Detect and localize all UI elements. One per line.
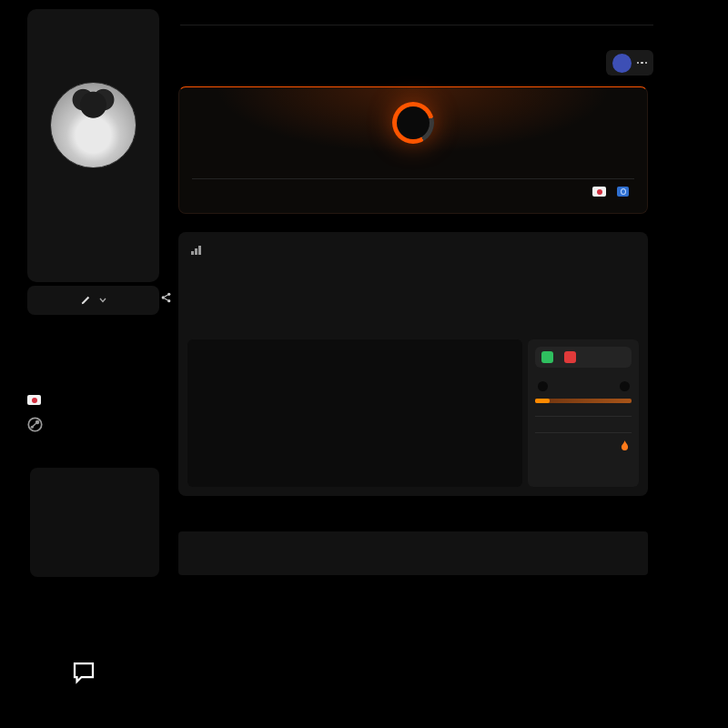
profile-sidebar bbox=[0, 0, 167, 728]
elo-hero-card bbox=[178, 86, 648, 214]
world-rank-icon bbox=[617, 187, 629, 197]
profile-card bbox=[27, 9, 159, 282]
top-nav bbox=[180, 16, 653, 25]
elo-summary-panel bbox=[528, 339, 639, 487]
country-rank-icon bbox=[592, 187, 606, 197]
more-options-icon[interactable] bbox=[637, 62, 648, 65]
cs2-game-icon bbox=[612, 54, 632, 73]
avatar[interactable] bbox=[50, 82, 136, 168]
win-streak-row bbox=[535, 432, 632, 450]
recent-activity-title bbox=[27, 448, 31, 459]
elo-chart bbox=[187, 339, 522, 487]
main-content bbox=[167, 0, 664, 728]
speech-bubble-icon bbox=[70, 659, 97, 686]
matches-table-header bbox=[178, 531, 648, 575]
activity-heatmap bbox=[30, 468, 159, 577]
bar-chart-icon bbox=[191, 246, 201, 255]
hero-footer bbox=[192, 187, 634, 197]
flame-icon bbox=[621, 440, 629, 450]
performance-header bbox=[178, 232, 648, 255]
elo-line-chart bbox=[187, 339, 522, 487]
win-badge bbox=[541, 351, 553, 363]
win-loss-chip[interactable] bbox=[535, 347, 632, 368]
rankings bbox=[592, 187, 634, 197]
game-switcher[interactable] bbox=[606, 50, 654, 76]
loss-badge bbox=[564, 351, 576, 363]
edit-profile-button[interactable] bbox=[27, 286, 159, 315]
steam-link[interactable] bbox=[27, 417, 43, 436]
guestbook-empty-icon bbox=[0, 659, 167, 690]
level-low-icon bbox=[535, 379, 550, 393]
skill-level-badge bbox=[392, 102, 434, 144]
sub-nav bbox=[180, 50, 653, 76]
chevron-down-icon bbox=[99, 298, 106, 303]
level-range-icons bbox=[535, 379, 632, 393]
japan-flag-icon bbox=[27, 395, 41, 405]
steam-icon bbox=[27, 417, 43, 432]
elo-progress-bar bbox=[535, 399, 632, 403]
pencil-icon bbox=[81, 296, 90, 305]
level-high-icon bbox=[617, 379, 632, 393]
hero-divider bbox=[192, 178, 634, 179]
recent-performance-card bbox=[178, 232, 648, 496]
elo-change-row bbox=[535, 416, 632, 424]
country-row bbox=[27, 395, 47, 405]
